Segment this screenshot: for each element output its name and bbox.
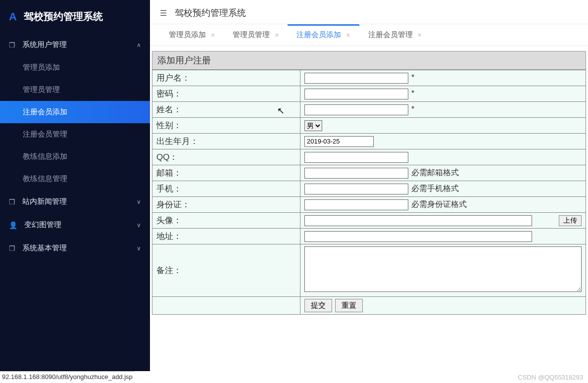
- topbar: ☰ 驾校预约管理系统: [150, 0, 588, 24]
- form-title: 添加用户注册: [152, 51, 586, 70]
- menu-group-news[interactable]: ❒ 站内新闻管理 ∨: [0, 190, 150, 213]
- phone-input[interactable]: [304, 184, 408, 194]
- form-table: 用户名： * 密码： * 姓名： * 性别： 男 出生年月： QQ： 邮箱： 必: [152, 70, 586, 315]
- name-input[interactable]: [304, 104, 408, 115]
- menu-group-user[interactable]: ❒ 系统用户管理 ∧: [0, 33, 150, 56]
- tab-label: 注册会员添加: [296, 30, 341, 40]
- sidebar-item-member-manage[interactable]: 注册会员管理: [0, 123, 150, 145]
- required-mark: *: [411, 105, 414, 113]
- brand: A 驾校预约管理系统: [0, 0, 150, 33]
- address-input[interactable]: [304, 231, 532, 242]
- required-mark: *: [411, 73, 414, 82]
- sidebar-item-coach-add[interactable]: 教练信息添加: [0, 145, 150, 168]
- hint-idcard: 必需身份证格式: [411, 200, 467, 208]
- email-input[interactable]: [304, 168, 408, 179]
- chevron-up-icon: ∧: [137, 42, 141, 48]
- menu-collapse-icon[interactable]: ☰: [160, 8, 167, 18]
- label-email: 邮箱：: [152, 165, 300, 181]
- user-icon: 👤: [9, 221, 17, 229]
- statusbar: 92.168.1.168:8090/utf8/yonghuzhuce_add.j…: [0, 371, 135, 383]
- username-input[interactable]: [304, 73, 408, 84]
- close-icon[interactable]: ×: [275, 31, 279, 39]
- cube-icon: ❒: [9, 41, 15, 49]
- label-avatar: 头像：: [152, 213, 300, 229]
- sidebar: A 驾校预约管理系统 ❒ 系统用户管理 ∧ 管理员添加 管理员管理 注册会员添加…: [0, 0, 150, 371]
- sidebar-item-member-add[interactable]: 注册会员添加: [0, 101, 150, 123]
- label-remark: 备注：: [152, 244, 300, 297]
- menu-group-label: 变幻图管理: [24, 220, 61, 230]
- label-phone: 手机：: [152, 181, 300, 197]
- content: 添加用户注册 用户名： * 密码： * 姓名： * 性别： 男 出生年月： QQ…: [150, 46, 588, 371]
- label-idcard: 身份证：: [152, 197, 300, 213]
- tabs: 管理员添加 × 管理员管理 × 注册会员添加 × 注册会员管理 ×: [150, 24, 588, 46]
- upload-button[interactable]: 上传: [559, 215, 582, 226]
- tab-label: 管理员管理: [233, 30, 270, 40]
- label-username: 用户名：: [152, 70, 300, 86]
- form: 添加用户注册 用户名： * 密码： * 姓名： * 性别： 男 出生年月： QQ…: [152, 51, 586, 315]
- hint-phone: 必需手机格式: [411, 184, 459, 192]
- close-icon[interactable]: ×: [346, 31, 350, 39]
- menu-group-label: 系统用户管理: [22, 40, 67, 49]
- chevron-down-icon: ∨: [137, 222, 141, 229]
- reset-button[interactable]: 重置: [335, 299, 363, 312]
- close-icon[interactable]: ×: [211, 31, 215, 39]
- brand-title: 驾校预约管理系统: [24, 10, 103, 23]
- chevron-down-icon: ∨: [137, 245, 141, 252]
- sidebar-item-coach-manage[interactable]: 教练信息管理: [0, 168, 150, 190]
- avatar-input[interactable]: [304, 215, 532, 226]
- qq-input[interactable]: [304, 152, 408, 163]
- tab-member-add[interactable]: 注册会员添加 ×: [288, 24, 359, 46]
- gender-select[interactable]: 男: [304, 120, 322, 131]
- page-title: 驾校预约管理系统: [175, 7, 246, 19]
- menu-group-banner[interactable]: 👤 变幻图管理 ∨: [0, 213, 150, 237]
- label-gender: 性别：: [152, 118, 300, 134]
- sidebar-item-admin-add[interactable]: 管理员添加: [0, 56, 150, 79]
- logo-icon: A: [9, 10, 17, 23]
- cube-icon: ❒: [9, 244, 15, 252]
- menu-group-system[interactable]: ❒ 系统基本管理 ∨: [0, 237, 150, 260]
- menu-group-label: 系统基本管理: [22, 243, 67, 253]
- menu-group-label: 站内新闻管理: [22, 197, 67, 206]
- chevron-down-icon: ∨: [137, 198, 141, 205]
- sidebar-menu: ❒ 系统用户管理 ∧ 管理员添加 管理员管理 注册会员添加 注册会员管理 教练信…: [0, 33, 150, 371]
- idcard-input[interactable]: [304, 199, 408, 210]
- tab-label: 管理员添加: [169, 30, 206, 40]
- label-name: 姓名：: [152, 102, 300, 118]
- password-input[interactable]: [304, 89, 408, 99]
- remark-textarea[interactable]: [304, 246, 582, 292]
- label-dob: 出生年月：: [152, 134, 300, 149]
- dob-input[interactable]: [304, 136, 374, 147]
- sidebar-item-admin-manage[interactable]: 管理员管理: [0, 79, 150, 101]
- tab-admin-manage[interactable]: 管理员管理 ×: [224, 24, 288, 46]
- main: ☰ 驾校预约管理系统 管理员添加 × 管理员管理 × 注册会员添加 × 注册会员…: [150, 0, 588, 371]
- watermark: CSDN @QQ55318293: [518, 374, 583, 381]
- tab-label: 注册会员管理: [368, 30, 413, 40]
- tab-admin-add[interactable]: 管理员添加 ×: [160, 24, 224, 46]
- close-icon[interactable]: ×: [418, 31, 422, 39]
- label-actions: [152, 297, 300, 315]
- required-mark: *: [411, 89, 414, 97]
- cube-icon: ❒: [9, 198, 15, 206]
- label-qq: QQ：: [152, 149, 300, 165]
- tab-member-manage[interactable]: 注册会员管理 ×: [359, 24, 431, 46]
- label-password: 密码：: [152, 86, 300, 102]
- hint-email: 必需邮箱格式: [411, 168, 459, 177]
- submit-button[interactable]: 提交: [304, 299, 332, 312]
- label-address: 地址：: [152, 229, 300, 244]
